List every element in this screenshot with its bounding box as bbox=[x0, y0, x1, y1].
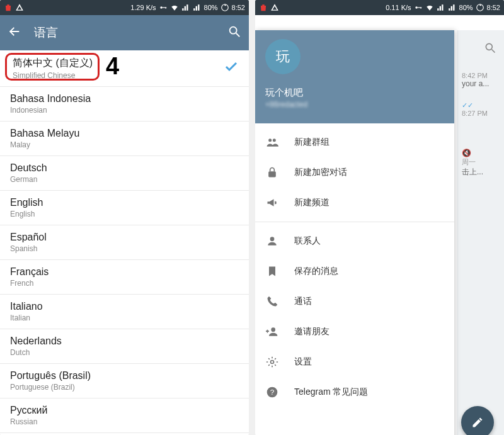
call-icon bbox=[265, 295, 279, 308]
menu-invite-friends[interactable]: 邀请朋友 bbox=[255, 317, 454, 347]
navigation-drawer: 玩 玩个机吧 +86redacted 新建群组 新建加密对话 新建频道 bbox=[255, 30, 454, 435]
drawer-container: 8:42 PM your a... ✓✓ 8:27 PM 🔇 周一 击上... … bbox=[255, 15, 504, 435]
menu-saved-messages[interactable]: 保存的消息 bbox=[255, 256, 454, 286]
svg-rect-2 bbox=[165, 7, 166, 8]
svg-text:?: ? bbox=[270, 388, 275, 396]
menu-new-group[interactable]: 新建群组 bbox=[255, 127, 454, 157]
svg-rect-8 bbox=[420, 7, 421, 8]
language-subtitle: Indonesian bbox=[10, 106, 239, 115]
language-name: English bbox=[10, 197, 239, 208]
divider bbox=[255, 222, 454, 222]
menu-label: 新建频道 bbox=[294, 197, 329, 208]
clock: 8:52 bbox=[487, 4, 500, 11]
help-icon: ? bbox=[265, 385, 279, 399]
language-name: Português (Brasil) bbox=[10, 370, 239, 381]
search-button[interactable] bbox=[227, 25, 241, 41]
key-icon bbox=[159, 3, 168, 12]
account-name: 玩个机吧 bbox=[265, 87, 444, 99]
avatar[interactable]: 玩 bbox=[265, 39, 301, 74]
language-subtitle: German bbox=[10, 175, 239, 184]
menu-new-secret-chat[interactable]: 新建加密对话 bbox=[255, 157, 454, 188]
language-subtitle: English bbox=[10, 210, 239, 218]
network-speed: 1.29 K/s bbox=[130, 4, 156, 11]
language-subtitle: Portuguese (Brazil) bbox=[10, 383, 239, 392]
signal-icon-2 bbox=[448, 3, 457, 12]
compose-fab[interactable] bbox=[461, 406, 494, 435]
language-item-simplified-chinese[interactable]: 4 简体中文 (自定义) Simplified Chinese bbox=[0, 50, 249, 87]
network-speed: 0.11 K/s bbox=[386, 4, 411, 11]
page-title: 语言 bbox=[34, 25, 227, 41]
status-bar: 0.11 K/s 80% 8:52 bbox=[255, 0, 504, 15]
language-subtitle: Malay bbox=[10, 140, 239, 149]
back-button[interactable] bbox=[8, 25, 21, 41]
battery-percent: 80% bbox=[459, 4, 473, 11]
chat-preview[interactable]: ✓✓ 8:27 PM bbox=[457, 94, 504, 123]
menu-contacts[interactable]: 联系人 bbox=[255, 226, 454, 256]
language-subtitle: Russian bbox=[10, 417, 239, 426]
clock: 8:52 bbox=[232, 4, 245, 11]
warning-icon bbox=[15, 3, 24, 12]
pencil-icon bbox=[471, 416, 484, 429]
muted-icon: 🔇 bbox=[462, 149, 471, 157]
language-name: Español bbox=[10, 232, 239, 243]
menu-label: 设置 bbox=[294, 356, 312, 368]
warning-icon bbox=[270, 3, 279, 12]
menu-new-channel[interactable]: 新建频道 bbox=[255, 188, 454, 218]
chat-time: 8:27 PM bbox=[462, 110, 499, 117]
menu-label: 邀请朋友 bbox=[294, 326, 329, 337]
phone-right: 0.11 K/s 80% 8:52 8:42 PM your a... ✓✓ 8… bbox=[255, 0, 504, 435]
chat-preview[interactable]: 🔇 周一 击上... bbox=[457, 142, 504, 184]
bookmark-icon bbox=[265, 264, 279, 278]
chat-text: 击上... bbox=[462, 167, 483, 176]
language-item[interactable]: Bahasa Melayu Malay bbox=[0, 121, 249, 156]
wifi-icon bbox=[425, 3, 434, 12]
language-item[interactable]: Français French bbox=[0, 260, 249, 295]
phone-left: 1.29 K/s 80% 8:52 语言 4 简体中文 (自定义) Simpli… bbox=[0, 0, 249, 435]
gear-icon bbox=[265, 355, 279, 369]
battery-percent: 80% bbox=[204, 4, 218, 11]
chat-preview[interactable]: 8:42 PM your a... bbox=[457, 65, 504, 94]
language-list[interactable]: 4 简体中文 (自定义) Simplified Chinese Bahasa I… bbox=[0, 50, 249, 435]
read-ticks-icon: ✓✓ bbox=[462, 101, 473, 109]
language-name: 简体中文 (自定义) bbox=[13, 57, 239, 70]
menu-faq[interactable]: ? Telegram 常见问题 bbox=[255, 377, 454, 407]
language-subtitle: French bbox=[10, 279, 239, 288]
svg-line-5 bbox=[236, 33, 240, 37]
menu-label: 新建群组 bbox=[294, 137, 329, 148]
chat-text: your a... bbox=[462, 79, 489, 88]
language-item[interactable]: Nederlands Dutch bbox=[0, 329, 249, 364]
svg-point-17 bbox=[271, 361, 274, 364]
signal-icon bbox=[181, 3, 190, 12]
shopping-bag-icon bbox=[259, 3, 268, 12]
lock-icon bbox=[265, 166, 279, 179]
svg-point-15 bbox=[270, 237, 275, 241]
svg-rect-14 bbox=[268, 171, 276, 177]
menu-calls[interactable]: 通话 bbox=[255, 286, 454, 317]
shopping-bag-icon bbox=[4, 3, 13, 12]
group-icon bbox=[265, 135, 279, 149]
language-item[interactable]: Italiano Italian bbox=[0, 295, 249, 329]
language-name: Русский bbox=[10, 405, 239, 416]
svg-point-16 bbox=[271, 327, 275, 332]
language-item[interactable]: Русский Russian bbox=[0, 398, 249, 433]
language-item[interactable]: Português (Brasil) Portuguese (Brazil) bbox=[0, 364, 249, 398]
drawer-menu: 新建群组 新建加密对话 新建频道 联系人 保存的消息 bbox=[255, 123, 454, 407]
signal-icon bbox=[437, 3, 445, 12]
language-name: Français bbox=[10, 266, 239, 278]
menu-settings[interactable]: 设置 bbox=[255, 347, 454, 377]
language-subtitle: Italian bbox=[10, 314, 239, 322]
menu-label: 联系人 bbox=[294, 235, 321, 247]
language-name: Deutsch bbox=[10, 162, 239, 174]
step-number: 4 bbox=[106, 53, 119, 80]
language-item[interactable]: Bahasa Indonesia Indonesian bbox=[0, 87, 249, 121]
language-item[interactable]: English English bbox=[0, 191, 249, 225]
svg-point-12 bbox=[268, 138, 272, 142]
language-subtitle: Dutch bbox=[10, 348, 239, 357]
language-item[interactable]: Deutsch German bbox=[0, 156, 249, 191]
person-add-icon bbox=[265, 325, 279, 339]
battery-saver-icon bbox=[476, 3, 484, 12]
key-icon bbox=[414, 3, 423, 12]
search-icon[interactable] bbox=[484, 42, 496, 57]
menu-label: 保存的消息 bbox=[294, 266, 338, 277]
language-item[interactable]: Español Spanish bbox=[0, 225, 249, 260]
